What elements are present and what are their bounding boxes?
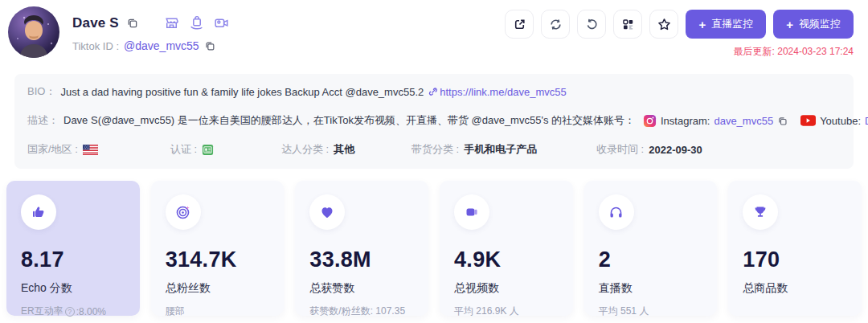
youtube-icon (800, 115, 816, 126)
header-info: Dave S (72, 6, 230, 52)
tiktok-id-value[interactable]: @dave_mvc55 (124, 39, 199, 52)
link-icon (428, 87, 438, 96)
stat-label: 总获赞数 (309, 281, 414, 296)
stat-sub: 获赞数/粉丝数: 107.35 (309, 305, 414, 318)
stat-value: 8.17 (21, 247, 125, 272)
meta-verification: 认证 : (170, 142, 281, 157)
stat-card-echo-score[interactable]: 8.17 Echo 分数 ER互动率 ? :8.00% (6, 181, 140, 316)
meta-row: 国家/地区 : 认证 : 达人分类 :其他 (27, 142, 841, 157)
bio-label: BIO： (27, 84, 55, 99)
stat-label: 总商品数 (743, 281, 847, 296)
stat-value: 2 (599, 247, 703, 272)
last-update-text: 最后更新: 2024-03-23 17:24 (505, 45, 854, 59)
creator-profile-page: Dave S (0, 0, 868, 323)
stat-sub: 平均 216.9K 人 (454, 305, 559, 318)
plus-icon: + (786, 18, 793, 31)
heart-icon (309, 194, 345, 230)
stat-cards: 8.17 Echo 分数 ER互动率 ? :8.00% 314.7K 总粉丝数 … (0, 181, 868, 316)
plus-icon: + (698, 18, 706, 31)
open-external-button[interactable] (505, 10, 534, 39)
stat-value: 4.9K (454, 247, 559, 272)
stat-value: 314.7K (166, 247, 270, 272)
question-circle-icon[interactable]: ? (65, 307, 75, 317)
tiktok-id-label: Tiktok ID : (72, 40, 119, 52)
instagram-label: Instagram: (661, 115, 710, 127)
shop-icon[interactable] (163, 14, 180, 31)
video-clip-icon (454, 194, 489, 230)
qr-grid-button[interactable] (613, 10, 642, 39)
profile-quick-icons (163, 14, 230, 31)
header-actions: + 直播监控 + 视频监控 最后更新: 2024-03-23 17:24 (505, 6, 854, 59)
meta-record-date: 收录时间 :2022-09-30 (596, 142, 841, 157)
stat-sub: 平均 551 人 (599, 305, 703, 318)
live-monitor-label: 直播监控 (711, 17, 753, 31)
goods-bag-icon[interactable] (188, 14, 205, 31)
instagram-handle[interactable]: dave_mvc55 (714, 115, 773, 127)
stat-sub (743, 305, 847, 316)
add-video-monitor-button[interactable]: + 视频监控 (773, 10, 854, 39)
stat-label: 直播数 (599, 281, 703, 296)
stat-card-likes[interactable]: 33.8M 总获赞数 获赞数/粉丝数: 107.35 (295, 181, 428, 316)
description-label: 描述： (27, 113, 59, 128)
us-flag-icon (83, 145, 98, 155)
stat-card-videos[interactable]: 4.9K 总视频数 平均 216.9K 人 (440, 181, 573, 316)
youtube-label: Youtube: (820, 115, 861, 127)
add-live-monitor-button[interactable]: + 直播监控 (686, 10, 766, 39)
stat-card-followers[interactable]: 314.7K 总粉丝数 腰部 (151, 181, 285, 316)
headphones-icon (599, 194, 634, 230)
stat-value: 33.8M (309, 247, 414, 272)
meta-commerce-category: 带货分类 :手机和电子产品 (411, 142, 596, 157)
bio-row: BIO： Just a dad having positive fun & fa… (27, 84, 841, 99)
stat-card-lives[interactable]: 2 直播数 平均 551 人 (584, 181, 718, 316)
youtube-handle[interactable]: Dave (865, 115, 868, 127)
description-text: Dave S(@dave_mvc55) 是一位来自美国的腰部达人，在TikTok… (63, 113, 635, 128)
profile-header: Dave S (0, 0, 868, 71)
avatar (8, 6, 59, 58)
stat-card-products[interactable]: 170 总商品数 (728, 181, 862, 316)
thumbs-up-icon (21, 194, 56, 230)
stat-sub: ER互动率 ? :8.00% (21, 305, 125, 318)
stat-label: 总粉丝数 (166, 281, 270, 296)
video-camera-icon[interactable] (213, 14, 230, 31)
bio-text: Just a dad having positive fun & family … (60, 86, 424, 98)
copy-tiktok-id-icon[interactable] (204, 40, 215, 51)
favorite-star-button[interactable] (649, 10, 678, 39)
meta-creator-category: 达人分类 :其他 (281, 142, 411, 157)
stat-label: Echo 分数 (21, 281, 125, 296)
target-icon (166, 194, 201, 230)
video-monitor-label: 视频监控 (799, 17, 841, 31)
meta-country: 国家/地区 : (27, 142, 170, 157)
creator-name: Dave S (72, 15, 119, 31)
bio-link[interactable]: https://link.me/dave_mvc55 (428, 86, 567, 98)
trophy-icon (743, 194, 778, 230)
refresh-button[interactable] (541, 10, 570, 39)
description-row: 描述： Dave S(@dave_mvc55) 是一位来自美国的腰部达人，在Ti… (27, 113, 841, 128)
instagram-icon (643, 114, 657, 128)
reset-history-button[interactable] (577, 10, 606, 39)
stat-label: 总视频数 (454, 281, 559, 296)
stat-value: 170 (743, 247, 847, 272)
copy-instagram-icon[interactable] (777, 116, 788, 126)
verified-id-card-icon (202, 144, 214, 156)
stat-sub: 腰部 (166, 305, 270, 318)
copy-name-icon[interactable] (126, 17, 138, 29)
profile-info-panel: BIO： Just a dad having positive fun & fa… (14, 74, 854, 169)
